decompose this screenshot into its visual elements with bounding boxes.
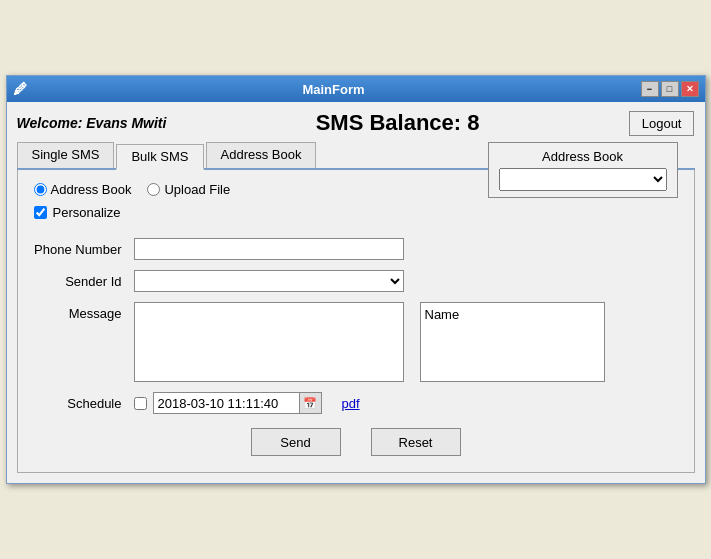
message-textarea[interactable] [134,302,404,382]
radio-upload-file-label: Upload File [164,182,230,197]
close-button[interactable]: ✕ [681,81,699,97]
minimize-button[interactable]: − [641,81,659,97]
radio-group: Address Book Upload File [34,182,488,197]
name-box[interactable]: Name [420,302,605,382]
calendar-button[interactable]: 📅 [299,393,321,413]
sender-id-label: Sender Id [34,274,134,289]
phone-number-label: Phone Number [34,242,134,257]
tab-single-sms[interactable]: Single SMS [17,142,115,168]
address-book-box: Address Book [488,142,678,198]
address-book-select[interactable] [499,168,667,191]
schedule-label: Schedule [34,396,134,411]
radio-upload-file[interactable] [147,183,160,196]
top-section: Address Book Upload File Personalize [34,182,678,232]
phone-number-row: Phone Number [34,238,678,260]
radio-address-book[interactable] [34,183,47,196]
phone-number-input-wrapper [134,238,404,260]
radio-address-book-item: Address Book [34,182,132,197]
window-icon: 🖉 [13,81,27,97]
radio-address-book-label: Address Book [51,182,132,197]
schedule-row: Schedule 2018-03-10 11:11:40 📅 pdf [34,392,678,414]
sender-id-input-wrapper [134,270,404,292]
tab-content: Address Book Upload File Personalize [17,170,695,473]
pdf-link[interactable]: pdf [342,396,360,411]
personalize-label: Personalize [53,205,121,220]
left-controls: Address Book Upload File Personalize [34,182,488,232]
personalize-row: Personalize [34,205,488,220]
schedule-input[interactable]: 2018-03-10 11:11:40 [154,394,299,413]
phone-number-input[interactable] [134,238,404,260]
maximize-button[interactable]: □ [661,81,679,97]
send-button[interactable]: Send [251,428,341,456]
window-title: MainForm [27,82,641,97]
form-section: Phone Number Sender Id Mes [34,238,678,456]
logout-button[interactable]: Logout [629,111,695,136]
tab-bulk-sms[interactable]: Bulk SMS [116,144,203,170]
schedule-input-wrapper: 2018-03-10 11:11:40 📅 [153,392,322,414]
personalize-checkbox[interactable] [34,206,47,219]
button-row: Send Reset [34,428,678,456]
name-placeholder-text: Name [425,307,460,322]
tab-address-book[interactable]: Address Book [206,142,317,168]
sms-balance: SMS Balance: 8 [316,110,480,136]
message-label: Message [34,302,134,382]
message-row: Message Name [34,302,678,382]
sender-id-select[interactable] [134,270,404,292]
sender-id-row: Sender Id [34,270,678,292]
title-bar: 🖉 MainForm − □ ✕ [7,76,705,102]
header-row: Welcome: Evans Mwiti SMS Balance: 8 Logo… [17,110,695,136]
window-controls: − □ ✕ [641,81,699,97]
main-window: 🖉 MainForm − □ ✕ Welcome: Evans Mwiti SM… [6,75,706,484]
welcome-text: Welcome: Evans Mwiti [17,115,167,131]
main-content: Welcome: Evans Mwiti SMS Balance: 8 Logo… [7,102,705,483]
address-book-box-label: Address Book [499,149,667,164]
schedule-checkbox[interactable] [134,397,147,410]
radio-upload-file-item: Upload File [147,182,230,197]
reset-button[interactable]: Reset [371,428,461,456]
